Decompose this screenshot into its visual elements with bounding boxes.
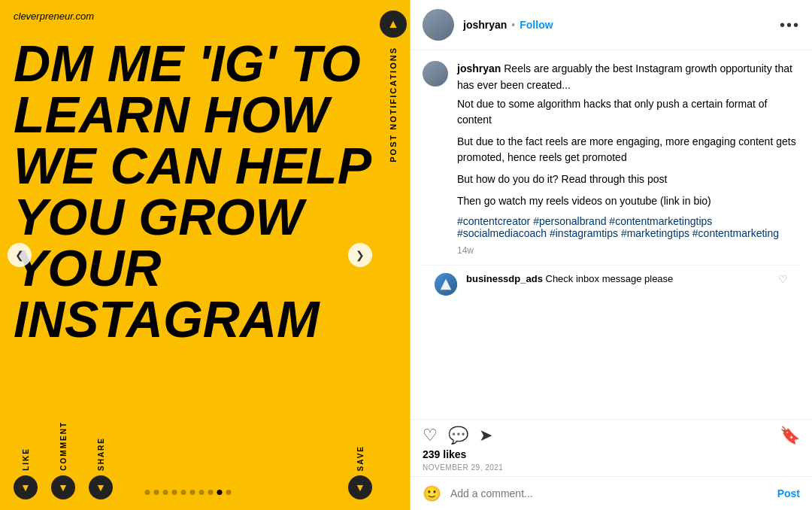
- share-circle-btn[interactable]: ▼: [89, 475, 113, 499]
- caption-text: joshryan Reels are arguably the best Ins…: [457, 61, 800, 93]
- left-panel: cleverpreneur.com ▲ POST NOTIFICATIONS D…: [0, 0, 410, 510]
- comment-action[interactable]: COMMENT ▼: [51, 421, 75, 499]
- action-icons-row: ♡ 💬 ➤ 🔖: [423, 427, 800, 444]
- actions-bar: ♡ 💬 ➤ 🔖 239 likes NOVEMBER 29, 2021: [411, 419, 812, 476]
- caption-para-4: Then go watch my reels videos on youtube…: [457, 193, 800, 209]
- commenter-username: businessdp_ads: [466, 273, 543, 284]
- comment-heart-icon[interactable]: ♡: [778, 273, 788, 285]
- site-url: cleverpreneur.com: [14, 11, 94, 22]
- commenter-avatar: [435, 273, 457, 296]
- follow-button[interactable]: Follow: [520, 19, 553, 31]
- comment-icon-button[interactable]: 💬: [448, 427, 468, 444]
- like-label: LIKE: [22, 448, 30, 471]
- next-slide-arrow[interactable]: ❯: [348, 243, 372, 267]
- save-circle-btn[interactable]: ▼: [348, 475, 372, 499]
- caption-para-2: But due to the fact reels are more engag…: [457, 134, 800, 165]
- time-ago: 14w: [457, 245, 800, 256]
- like-circle-btn[interactable]: ▼: [14, 475, 38, 499]
- comment-input[interactable]: [450, 487, 777, 499]
- emoji-button[interactable]: 🙂: [423, 484, 441, 502]
- header-dot-separator: •: [511, 19, 515, 31]
- more-options-icon[interactable]: •••: [780, 17, 800, 34]
- save-label: SAVE: [356, 445, 365, 472]
- prev-slide-arrow[interactable]: ❮: [8, 243, 32, 267]
- header-info: joshryan • Follow: [463, 19, 780, 31]
- share-icon-button[interactable]: ➤: [479, 427, 492, 444]
- caption-para-3: But how do you do it? Read through this …: [457, 172, 800, 187]
- notifications-arrow-up[interactable]: ▲: [380, 11, 407, 38]
- post-comment-button[interactable]: Post: [777, 487, 800, 499]
- caption-content: joshryan Reels are arguably the best Ins…: [457, 61, 800, 256]
- header-username: joshryan: [463, 19, 507, 31]
- comment-label: COMMENT: [59, 421, 68, 471]
- share-label: SHARE: [97, 437, 105, 471]
- bottom-actions-group: LIKE ▼ COMMENT ▼ SHARE ▼: [14, 421, 396, 499]
- comment-text-value: Check inbox message please: [546, 273, 674, 284]
- save-action[interactable]: SAVE ▼: [348, 445, 372, 500]
- notifications-label: POST NOTIFICATIONS: [389, 47, 398, 162]
- caption-username: joshryan: [457, 62, 501, 74]
- svg-marker-0: [441, 279, 451, 290]
- post-date: NOVEMBER 29, 2021: [423, 463, 800, 472]
- hashtags: #contentcreator #personalbrand #contentm…: [457, 215, 800, 239]
- caption-intro-text: Reels are arguably the best Instagram gr…: [457, 62, 792, 91]
- caption-para-1: Not due to some algorithm hacks that onl…: [457, 96, 800, 128]
- add-comment-row: 🙂 Post: [411, 476, 812, 510]
- bookmark-icon-button[interactable]: 🔖: [780, 427, 800, 444]
- caption-user-avatar: [423, 61, 448, 87]
- bottom-action-bar: LIKE ▼ COMMENT ▼ SHARE ▼ SAVE ▼: [0, 435, 410, 510]
- right-panel: joshryan • Follow ••• joshryan Reels are…: [410, 0, 812, 510]
- likes-count: 239 likes: [423, 448, 800, 460]
- avatar-image: [423, 9, 454, 41]
- post-header: joshryan • Follow •••: [411, 0, 812, 50]
- user-avatar: [423, 9, 454, 41]
- main-headline: DM ME 'IG' TO LEARN HOW WE CAN HELP YOU …: [14, 38, 372, 345]
- share-action[interactable]: SHARE ▼: [89, 437, 113, 499]
- like-icon-button[interactable]: ♡: [423, 427, 438, 444]
- caption-paragraphs: Not due to some algorithm hacks that onl…: [457, 96, 800, 209]
- caption-row: joshryan Reels are arguably the best Ins…: [423, 61, 800, 256]
- commenter-logo-icon: [439, 278, 453, 291]
- like-action[interactable]: LIKE ▼: [14, 448, 38, 499]
- comment-circle-btn[interactable]: ▼: [51, 475, 75, 499]
- comment-user-text: businessdp_ads Check inbox message pleas…: [466, 273, 673, 284]
- comment-entry-row: businessdp_ads Check inbox message pleas…: [423, 265, 800, 303]
- post-body: joshryan Reels are arguably the best Ins…: [411, 50, 812, 419]
